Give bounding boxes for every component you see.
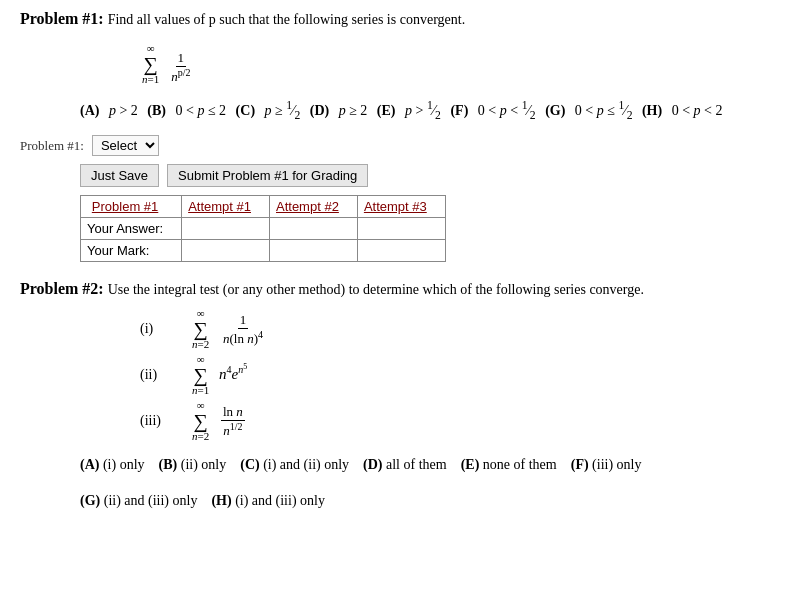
p1-answer-select[interactable]: Select A B C D E F G H <box>92 135 159 156</box>
table-col-attempt2: Attempt #2 <box>270 196 358 218</box>
problem1-title: Problem #1: Find all values of p such th… <box>20 10 783 28</box>
problem1-section: Problem #1: Find all values of p such th… <box>20 10 783 262</box>
p2-math-ii: n4en5 <box>219 366 247 382</box>
p2-choice-D: (D) all of them <box>363 457 447 472</box>
p1-select-label: Problem #1: <box>20 138 84 154</box>
p2-label-iii: (iii) <box>140 406 190 437</box>
p2-series-iii: (iii) ∞ ∑ n=2 ln n n1/2 <box>140 400 783 442</box>
p2-choice-E: (E) none of them <box>461 457 557 472</box>
p2-choice-B: (B) (ii) only <box>159 457 227 472</box>
p2-sigma-iii: ∞ ∑ n=2 <box>192 400 209 442</box>
p2-answers-line2: (G) (ii) and (iii) only (H) (i) and (iii… <box>80 488 783 513</box>
p2-choice-C: (C) (i) and (ii) only <box>240 457 349 472</box>
p1-label: Problem #1: <box>20 10 104 27</box>
table-attempt1-mark <box>182 240 270 262</box>
table-row-mark: Your Mark: <box>81 240 446 262</box>
table-col-attempt1: Attempt #1 <box>182 196 270 218</box>
p2-label: Problem #2: <box>20 280 104 297</box>
submit-grading-button[interactable]: Submit Problem #1 for Grading <box>167 164 368 187</box>
p1-choice-B: (B) 0 < p ≤ 2 <box>147 103 226 118</box>
table-attempt1-answer <box>182 218 270 240</box>
p1-choice-H: (H) 0 < p < 2 <box>642 103 723 118</box>
table-attempt2-answer <box>270 218 358 240</box>
p2-series-i: (i) ∞ ∑ n=2 1 n(ln n)4 <box>140 308 783 350</box>
p1-attempts-table: Problem #1 Attempt #1 Attempt #2 Attempt… <box>80 195 446 262</box>
p1-choice-E: (E) p > 1⁄2 <box>377 103 441 118</box>
table-mark-label: Your Mark: <box>81 240 182 262</box>
just-save-button[interactable]: Just Save <box>80 164 159 187</box>
problem2-section: Problem #2: Use the integral test (or an… <box>20 280 783 512</box>
p1-desc: Find all values of p such that the follo… <box>108 12 465 27</box>
p2-fraction-iii: ln n n1/2 <box>221 404 245 439</box>
table-col-problem: Problem #1 <box>81 196 182 218</box>
p2-series-ii: (ii) ∞ ∑ n=1 n4en5 <box>140 354 783 396</box>
table-answer-label: Your Answer: <box>81 218 182 240</box>
p1-choice-A: (A) p > 2 <box>80 103 138 118</box>
p2-choice-H: (H) (i) and (iii) only <box>211 493 325 508</box>
p2-label-i: (i) <box>140 314 190 345</box>
p1-choice-G: (G) 0 < p ≤ 1⁄2 <box>545 103 632 118</box>
p1-choice-F: (F) 0 < p < 1⁄2 <box>450 103 535 118</box>
p1-answer-choices: (A) p > 2 (B) 0 < p ≤ 2 (C) p ≥ 1⁄2 (D) … <box>80 95 783 125</box>
p2-answers-line1: (A) (i) only (B) (ii) only (C) (i) and (… <box>80 452 783 477</box>
p1-series-formula: ∞ ∑ n=1 1 np/2 <box>140 38 783 85</box>
p2-choice-F: (F) (iii) only <box>571 457 642 472</box>
p2-series-list: (i) ∞ ∑ n=2 1 n(ln n)4 (ii) <box>140 308 783 442</box>
p1-sigma: ∞ ∑ n=1 <box>142 43 159 85</box>
p2-choice-A: (A) (i) only <box>80 457 145 472</box>
p1-choice-C: (C) p ≥ 1⁄2 <box>236 103 301 118</box>
p2-choice-G: (G) (ii) and (iii) only <box>80 493 197 508</box>
problem2-title: Problem #2: Use the integral test (or an… <box>20 280 783 298</box>
p1-buttons: Just Save Submit Problem #1 for Grading <box>80 164 783 187</box>
table-col-attempt3: Attempt #3 <box>357 196 445 218</box>
table-row-answer: Your Answer: <box>81 218 446 240</box>
p1-fraction: 1 np/2 <box>169 50 192 85</box>
table-attempt2-mark <box>270 240 358 262</box>
table-attempt3-answer <box>357 218 445 240</box>
p2-label-ii: (ii) <box>140 360 190 391</box>
table-attempt3-mark <box>357 240 445 262</box>
p2-desc: Use the integral test (or any other meth… <box>108 282 644 297</box>
p1-select-row: Problem #1: Select A B C D E F G H <box>20 135 783 156</box>
p2-sigma-ii: ∞ ∑ n=1 <box>192 354 209 396</box>
p1-choice-D: (D) p ≥ 2 <box>310 103 368 118</box>
p2-fraction-i: 1 n(ln n)4 <box>221 312 265 347</box>
p2-sigma-i: ∞ ∑ n=2 <box>192 308 209 350</box>
